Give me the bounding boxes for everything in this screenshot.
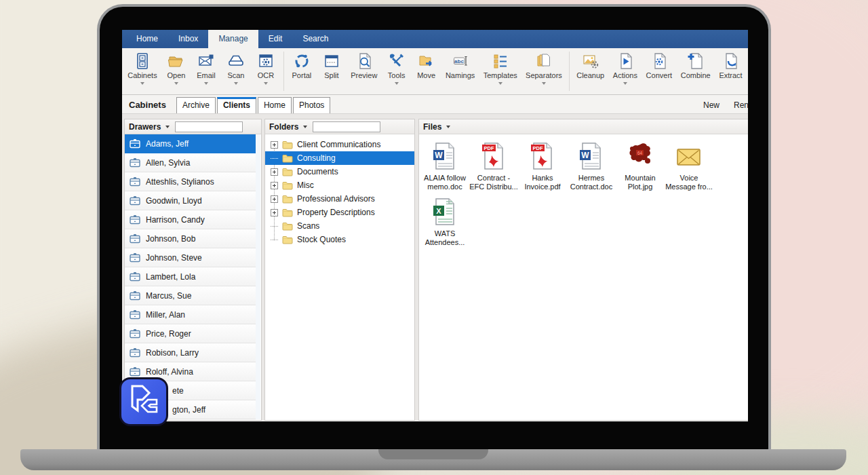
folder-icon — [282, 208, 293, 217]
file-item-hanks-invoice-pdf[interactable]: PDF Hanks Invoice.pdf — [518, 142, 567, 191]
drawer-item-price-roger[interactable]: Price, Roger — [125, 324, 258, 343]
extract-button[interactable]: Extract — [715, 48, 747, 94]
expand-plus-icon[interactable] — [271, 168, 278, 176]
cabinet-tab-archive[interactable]: Archive — [176, 97, 216, 113]
folder-icon — [282, 195, 293, 204]
drawer-icon — [130, 347, 140, 358]
file-item-wats-attendees[interactable]: X WATS Attendees... — [420, 198, 469, 247]
drawers-scrollbar[interactable] — [256, 134, 260, 419]
file-item-hermes-contract-doc[interactable]: W Hermes Contract.doc — [567, 142, 616, 191]
chevron-down-icon[interactable] — [446, 126, 450, 128]
drawer-item-atteshlis-stylianos[interactable]: Atteshlis, Stylianos — [125, 172, 258, 191]
folder-item-property-descriptions[interactable]: Property Descriptions — [265, 206, 414, 219]
folder-item-consulting[interactable]: Consulting — [265, 151, 414, 165]
separators-button[interactable]: Separators — [521, 48, 566, 94]
folder-item-documents[interactable]: Documents — [265, 165, 414, 178]
envelope-icon — [676, 142, 702, 171]
ribbon-tab-home[interactable]: Home — [126, 30, 168, 48]
expand-plus-icon[interactable] — [271, 141, 278, 149]
drawer-item-adams-jeff[interactable]: Adams, Jeff — [125, 134, 258, 153]
folder-name: Misc — [297, 180, 314, 190]
pdf-file-icon: PDF — [481, 142, 506, 171]
file-item-voice-message-fro[interactable]: Voice Message fro... — [665, 142, 713, 191]
chevron-down-icon — [140, 82, 144, 85]
tools-button[interactable]: Tools — [382, 48, 412, 94]
drawer-item-harrison-candy[interactable]: Harrison, Candy — [125, 210, 258, 229]
drawer-item-johnson-steve[interactable]: Johnson, Steve — [125, 248, 258, 267]
drawer-item-robison-larry[interactable]: Robison, Larry — [125, 343, 258, 362]
folder-name: Consulting — [297, 153, 336, 163]
drawer-item-lambert-lola[interactable]: Lambert, Lola — [125, 267, 258, 286]
folder-item-client-communications[interactable]: Client Communications — [265, 138, 414, 151]
preview-button[interactable]: Preview — [347, 48, 382, 94]
cleanup-button[interactable]: Cleanup — [572, 48, 609, 94]
word-doc-icon: W — [579, 142, 604, 171]
split-button[interactable]: Split — [317, 48, 347, 94]
cabinets-dropdown[interactable]: Cabinets — [122, 100, 176, 113]
cabinet-tabs: ArchiveClientsHomePhotos — [176, 97, 332, 113]
namings-button[interactable]: abc Namings — [441, 48, 479, 94]
separators-icon — [535, 52, 553, 70]
drawer-item-allen-sylvia[interactable]: Allen, Sylvia — [125, 153, 258, 172]
drawer-item-miller-alan[interactable]: Miller, Alan — [125, 305, 258, 324]
namings-icon: abc — [452, 52, 469, 70]
file-item-alaia-follow-memo-doc[interactable]: W ALAIA follow memo.doc — [420, 142, 469, 191]
expand-plus-icon[interactable] — [271, 195, 278, 203]
button-label: Email — [197, 71, 216, 80]
ribbon-tab-edit[interactable]: Edit — [258, 30, 293, 48]
file-item-mountain-plot-jpg[interactable]: 64 Mountain Plot.jpg — [616, 142, 665, 191]
drawer-item-johnson-bob[interactable]: Johnson, Bob — [125, 229, 258, 248]
convert-button[interactable]: Convert — [642, 48, 676, 94]
main-panels: Drawers Adams, Jeff Allen, Sylvia Attesh… — [122, 114, 748, 421]
move-button[interactable]: Move — [412, 48, 441, 94]
ribbon-tab-manage[interactable]: Manage — [208, 30, 258, 48]
email-button[interactable]: Email — [191, 48, 221, 94]
new-button[interactable]: New — [703, 100, 719, 110]
scan-button[interactable]: Scan — [221, 48, 251, 94]
folder-item-professional-advisors[interactable]: Professional Advisors — [265, 192, 414, 206]
drawers-panel: Drawers Adams, Jeff Allen, Sylvia Attesh… — [124, 119, 262, 421]
ocr-button[interactable]: OCR — [251, 48, 281, 94]
button-label: Preview — [351, 71, 377, 80]
folder-name: Scans — [297, 221, 319, 231]
drawers-header: Drawers — [125, 119, 261, 134]
folder-item-misc[interactable]: Misc — [265, 178, 414, 192]
folder-icon — [282, 140, 293, 149]
folder-item-scans[interactable]: Scans — [265, 219, 414, 233]
actions-button[interactable]: Actions — [608, 48, 642, 94]
button-label: Cabinets — [127, 71, 157, 80]
templates-button[interactable]: Templates — [479, 48, 521, 94]
drawers-search-input[interactable] — [175, 121, 243, 132]
rename-button[interactable]: Rename — [734, 100, 748, 110]
drawer-item-goodwin-lloyd[interactable]: Goodwin, Lloyd — [125, 191, 258, 210]
cabinets-button[interactable]: Cabinets — [123, 48, 161, 94]
cabinet-icon — [134, 52, 151, 70]
app-window: HomeInboxManageEditSearch Cabinets Open … — [122, 30, 748, 421]
folder-tree: Client Communications Consulting Documen… — [265, 134, 414, 420]
expand-plus-icon[interactable] — [271, 209, 278, 216]
combine-button[interactable]: Combine — [676, 48, 715, 94]
drawer-icon — [130, 309, 140, 320]
file-name: Hanks Invoice.pdf — [524, 174, 560, 191]
email-icon — [197, 52, 215, 70]
drawer-name: Harrison, Candy — [146, 215, 205, 225]
chevron-down-icon[interactable] — [165, 126, 170, 128]
expand-plus-icon[interactable] — [271, 182, 278, 189]
files-header: Files — [419, 119, 748, 134]
folders-label: Folders — [269, 122, 298, 132]
chevron-down-icon — [204, 82, 208, 85]
ribbon-tab-search[interactable]: Search — [292, 30, 338, 48]
folders-search-input[interactable] — [313, 121, 380, 132]
cabinet-tab-home[interactable]: Home — [258, 97, 292, 113]
chevron-down-icon[interactable] — [303, 126, 307, 128]
cabinet-tab-clients[interactable]: Clients — [217, 97, 256, 113]
folder-item-stock-quotes[interactable]: Stock Quotes — [265, 233, 414, 246]
file-item-contract-efc-distribu[interactable]: PDF Contract - EFC Distribu... — [469, 142, 518, 191]
portal-button[interactable]: Portal — [287, 48, 317, 94]
cabinet-tab-photos[interactable]: Photos — [293, 97, 330, 113]
button-label: Templates — [484, 71, 517, 80]
open-button[interactable]: Open — [161, 48, 191, 94]
ribbon-tab-inbox[interactable]: Inbox — [168, 30, 208, 48]
folder-icon — [282, 168, 293, 176]
drawer-item-marcus-sue[interactable]: Marcus, Sue — [125, 286, 258, 305]
